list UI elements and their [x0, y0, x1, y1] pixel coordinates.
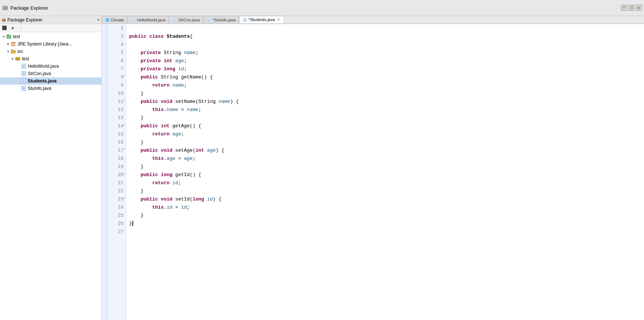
sidebar-close-icon[interactable]: ✕	[97, 18, 100, 22]
code-editor[interactable]: 2 3 4 5 6 7 8 9 10 11 12 13 14 15 16 17 …	[102, 24, 644, 320]
java-file-icon-stuinfo: J	[21, 85, 27, 91]
package-explorer-icon	[2, 5, 8, 11]
tab-icon-helloworld: J	[131, 18, 135, 22]
tree-item-stuinfo[interactable]: ▶ J StuInfo.java	[0, 85, 101, 92]
code-line-17: public void setAge(int age) {	[129, 146, 641, 154]
line-numbers: 2 3 4 5 6 7 8 9 10 11 12 13 14 15 16 17 …	[108, 24, 126, 320]
tab-icon-stuinfo: J	[207, 18, 211, 22]
code-gutter	[102, 24, 108, 320]
code-line-16: }	[129, 138, 641, 146]
line-num-27: 27	[108, 228, 126, 236]
java-file-icon-strcon: J	[21, 71, 27, 77]
sidebar-header: 📦 Package Explorer ✕	[0, 16, 101, 24]
tree-label-students: Students.java	[28, 78, 57, 84]
java-file-icon-students: J	[21, 78, 27, 84]
code-line-14: public int getAge() {	[129, 122, 641, 130]
code-line-12: this.name = name;	[129, 105, 641, 114]
svg-rect-8	[17, 58, 19, 59]
line-num-17: 17	[108, 146, 126, 154]
svg-text:J: J	[23, 72, 24, 75]
tree-label-test-project: test	[13, 34, 20, 39]
line-num-2: 2	[108, 24, 126, 32]
tab-label-stuinfo: *StuInfo.java	[213, 18, 236, 22]
svg-text:JRE: JRE	[11, 43, 16, 46]
code-content[interactable]: public class Students{ private String na…	[126, 24, 644, 320]
src-folder-icon	[10, 48, 16, 54]
line-num-16: 16	[108, 138, 126, 146]
editor-area: 🌐 Donate J HelloWorld.java J StrCon.java…	[102, 16, 644, 320]
tab-stuinfo[interactable]: J *StuInfo.java	[203, 16, 239, 23]
collapse-all-button[interactable]: ⬛	[1, 25, 8, 31]
tab-students[interactable]: J *Students.java ✕	[239, 16, 284, 23]
code-line-27	[129, 228, 641, 236]
svg-text:J: J	[174, 19, 175, 21]
code-line-8: public String getName() {	[129, 73, 641, 81]
tree-item-strcon[interactable]: ▶ J StrCon.java	[0, 70, 101, 77]
line-num-25: 25	[108, 211, 126, 219]
tab-close-students[interactable]: ✕	[276, 17, 281, 22]
svg-rect-3	[7, 34, 9, 36]
maximize-button[interactable]: □	[628, 5, 634, 11]
tab-bar: 🌐 Donate J HelloWorld.java J StrCon.java…	[102, 16, 644, 24]
title-bar: Package Explorer ─ □ ✕	[0, 0, 644, 16]
tree-label-jre: JRE System Library [Java...	[17, 41, 72, 47]
code-line-3: public class Students{	[129, 32, 641, 40]
package-icon	[15, 56, 21, 62]
sidebar-header-icon: 📦	[1, 18, 6, 22]
code-line-15: return age;	[129, 130, 641, 138]
code-line-26: }	[129, 219, 641, 228]
tab-donate[interactable]: 🌐 Donate	[102, 16, 127, 23]
line-num-14: 14	[108, 122, 126, 130]
line-num-24: 24	[108, 203, 126, 211]
tab-icon-strcon: J	[172, 18, 177, 22]
minimize-button[interactable]: ─	[621, 5, 627, 11]
svg-text:J: J	[245, 18, 246, 21]
sidebar-toolbar: ⬛ ◈ ⋮	[0, 24, 101, 32]
line-num-11: 11	[108, 97, 126, 105]
code-line-23: public void setId(long id) {	[129, 195, 641, 203]
line-num-12: 12	[108, 105, 126, 114]
tab-strcon[interactable]: J StrCon.java	[169, 16, 203, 23]
java-file-icon-helloworld: J	[21, 63, 27, 69]
line-num-9: 9	[108, 81, 126, 89]
code-line-22: }	[129, 187, 641, 195]
tree-label-src: src	[17, 49, 23, 54]
svg-rect-1	[4, 6, 7, 7]
line-num-20: 20	[108, 171, 126, 179]
code-line-21: return id;	[129, 179, 641, 187]
tab-label-strcon: StrCon.java	[178, 18, 199, 22]
main-layout: 📦 Package Explorer ✕ ⬛ ◈ ⋮ ▼ test	[0, 16, 644, 320]
tab-label-donate: Donate	[111, 18, 124, 22]
code-line-11: public void setName(String name) {	[129, 97, 641, 105]
tree-arrow-test[interactable]: ▼	[1, 33, 6, 40]
tree-item-test-package[interactable]: ▼ test	[0, 55, 101, 63]
tree-item-helloworld[interactable]: ▶ J HelloWorld.java	[0, 63, 101, 70]
link-editor-button[interactable]: ◈	[9, 25, 16, 31]
line-num-4: 4	[108, 40, 126, 48]
view-menu-button[interactable]: ⋮	[17, 25, 24, 31]
line-num-15: 15	[108, 130, 126, 138]
code-line-25: }	[129, 211, 641, 219]
code-line-20: public long getId() {	[129, 171, 641, 179]
line-num-7: 7	[108, 65, 126, 73]
tree-item-jre[interactable]: ▶ JRE JRE System Library [Java...	[0, 40, 101, 48]
tab-helloworld[interactable]: J HelloWorld.java	[128, 16, 169, 23]
tree-item-students[interactable]: ▶ J Students.java	[0, 77, 101, 85]
package-explorer-panel: 📦 Package Explorer ✕ ⬛ ◈ ⋮ ▼ test	[0, 16, 102, 320]
tree-item-src[interactable]: ▼ src	[0, 48, 101, 55]
code-line-7: private long id;	[129, 65, 641, 73]
line-num-21: 21	[108, 179, 126, 187]
tree-arrow-src[interactable]: ▼	[6, 48, 10, 55]
tree-item-test-project[interactable]: ▼ test	[0, 33, 101, 40]
code-line-6: private int age;	[129, 57, 641, 65]
close-button[interactable]: ✕	[636, 5, 642, 11]
svg-text:J: J	[23, 65, 24, 67]
code-line-2	[129, 24, 641, 32]
tree-arrow-jre[interactable]: ▶	[6, 40, 10, 48]
line-num-18: 18	[108, 154, 126, 162]
tree-arrow-test-pkg[interactable]: ▼	[10, 55, 15, 63]
svg-text:J: J	[23, 80, 24, 82]
line-num-26: 26	[108, 219, 126, 228]
line-num-10: 10	[108, 89, 126, 97]
jre-icon: JRE	[10, 41, 16, 47]
